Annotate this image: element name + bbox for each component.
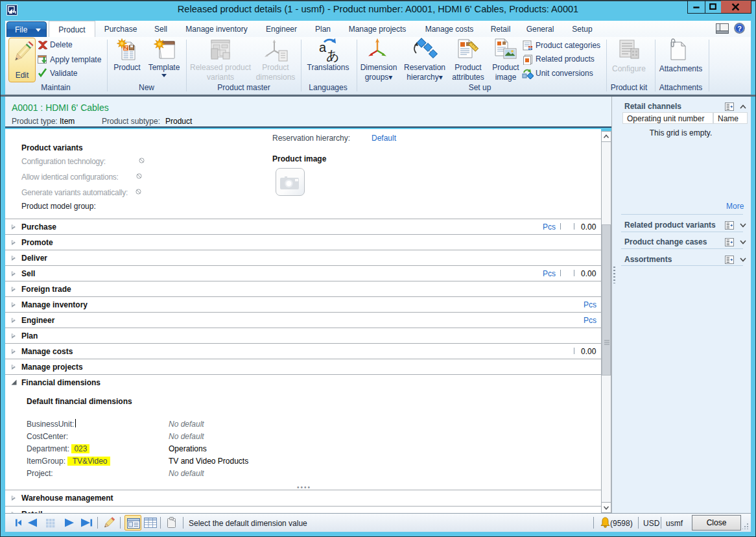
svg-text:あ: あ <box>326 48 338 62</box>
svg-text:?: ? <box>737 25 742 32</box>
